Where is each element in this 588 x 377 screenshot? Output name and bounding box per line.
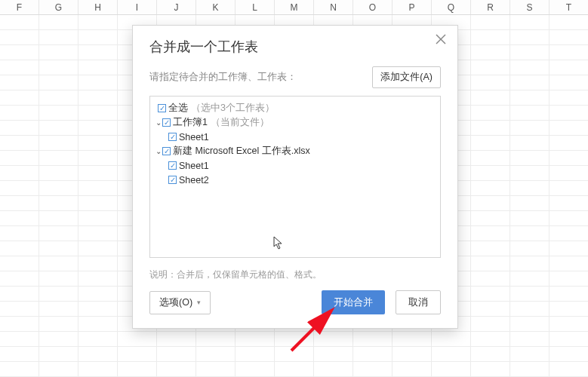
cell[interactable] — [39, 211, 79, 225]
cell[interactable] — [510, 60, 550, 75]
cell[interactable] — [0, 60, 39, 75]
cell[interactable] — [550, 166, 588, 180]
cell[interactable] — [0, 211, 39, 225]
cell[interactable] — [79, 60, 118, 75]
cell[interactable] — [236, 362, 275, 376]
cell[interactable] — [550, 287, 588, 301]
cell[interactable] — [510, 196, 550, 210]
cell[interactable] — [0, 226, 39, 241]
cell[interactable] — [0, 241, 39, 256]
close-icon[interactable] — [433, 33, 448, 48]
cell[interactable] — [79, 241, 118, 256]
cell[interactable] — [471, 271, 510, 286]
column-header[interactable]: L — [236, 0, 275, 14]
cell[interactable] — [39, 15, 79, 29]
cell[interactable] — [0, 362, 39, 376]
cell[interactable] — [471, 106, 510, 120]
cell[interactable] — [0, 121, 39, 135]
tree-select-all[interactable]: ✓ 全选 （选中3个工作表） — [155, 101, 436, 115]
cell[interactable] — [510, 271, 550, 286]
cell[interactable] — [79, 45, 118, 60]
cell[interactable] — [510, 362, 550, 376]
cell[interactable] — [471, 15, 510, 29]
cell[interactable] — [79, 15, 118, 29]
cell[interactable] — [550, 90, 588, 105]
cell[interactable] — [118, 332, 157, 346]
start-merge-button[interactable]: 开始合并 — [322, 290, 385, 314]
cell[interactable] — [314, 362, 353, 376]
cell[interactable] — [0, 287, 39, 301]
cell[interactable] — [550, 181, 588, 195]
cell[interactable] — [79, 287, 118, 301]
column-header[interactable]: H — [79, 0, 118, 14]
cancel-button[interactable]: 取消 — [396, 290, 441, 314]
cell[interactable] — [39, 166, 79, 180]
cell[interactable] — [471, 317, 510, 331]
cell[interactable] — [0, 75, 39, 90]
cell[interactable] — [0, 181, 39, 195]
checkbox-icon[interactable]: ✓ — [158, 104, 166, 112]
cell[interactable] — [0, 106, 39, 120]
cell[interactable] — [0, 302, 39, 316]
cell[interactable] — [79, 256, 118, 271]
cell[interactable] — [196, 332, 236, 346]
cell[interactable] — [39, 90, 79, 105]
cell[interactable] — [510, 302, 550, 316]
cell[interactable] — [39, 45, 79, 60]
checkbox-icon[interactable]: ✓ — [168, 176, 177, 184]
cell[interactable] — [550, 136, 588, 150]
cell[interactable] — [550, 317, 588, 331]
cell[interactable] — [39, 181, 79, 195]
cell[interactable] — [471, 226, 510, 241]
cell[interactable] — [471, 332, 510, 346]
cell[interactable] — [118, 362, 157, 376]
cell[interactable] — [510, 75, 550, 90]
cell[interactable] — [353, 347, 393, 361]
options-button[interactable]: 选项(O) ▾ — [149, 291, 211, 314]
cell[interactable] — [510, 90, 550, 105]
column-header[interactable]: I — [118, 0, 157, 14]
column-header[interactable]: T — [550, 0, 588, 14]
cell[interactable] — [510, 166, 550, 180]
cell[interactable] — [0, 347, 39, 361]
cell[interactable] — [510, 181, 550, 195]
cell[interactable] — [510, 241, 550, 256]
cell[interactable] — [471, 302, 510, 316]
tree-workbook-2[interactable]: ⌄ ✓ 新建 Microsoft Excel 工作表.xlsx — [155, 144, 436, 158]
cell[interactable] — [0, 136, 39, 150]
cell[interactable] — [157, 347, 196, 361]
cell[interactable] — [550, 256, 588, 271]
cell[interactable] — [79, 181, 118, 195]
cell[interactable] — [79, 196, 118, 210]
cell[interactable] — [39, 106, 79, 120]
cell[interactable] — [353, 362, 393, 376]
column-header[interactable]: R — [471, 0, 510, 14]
cell[interactable] — [471, 181, 510, 195]
cell[interactable] — [550, 121, 588, 135]
cell[interactable] — [471, 256, 510, 271]
cell[interactable] — [118, 347, 157, 361]
cell[interactable] — [550, 106, 588, 120]
cell[interactable] — [39, 347, 79, 361]
cell[interactable] — [550, 15, 588, 29]
cell[interactable] — [0, 151, 39, 165]
cell[interactable] — [550, 151, 588, 165]
checkbox-icon[interactable]: ✓ — [162, 118, 171, 127]
cell[interactable] — [471, 30, 510, 44]
checkbox-icon[interactable]: ✓ — [168, 161, 177, 170]
cell[interactable] — [79, 332, 118, 346]
tree-workbook-1[interactable]: ⌄ ✓ 工作簿1 （当前文件） — [155, 115, 436, 130]
cell[interactable] — [39, 271, 79, 286]
cell[interactable] — [0, 90, 39, 105]
column-header[interactable]: G — [39, 0, 79, 14]
cell[interactable] — [471, 362, 510, 376]
cell[interactable] — [510, 121, 550, 135]
cell[interactable] — [79, 166, 118, 180]
column-header[interactable]: P — [393, 0, 432, 14]
cell[interactable] — [510, 287, 550, 301]
cell[interactable] — [550, 75, 588, 90]
cell[interactable] — [550, 60, 588, 75]
cell[interactable] — [510, 45, 550, 60]
cell[interactable] — [471, 287, 510, 301]
column-header[interactable]: O — [353, 0, 393, 14]
